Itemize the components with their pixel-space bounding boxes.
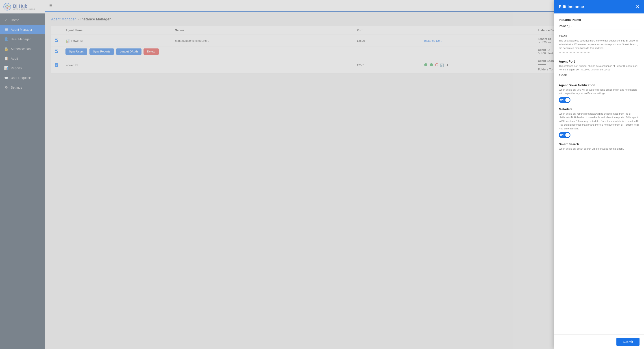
email-desc: The email address specified here is the … bbox=[559, 39, 640, 50]
metadata-field: Metadata When this is on, reports metada… bbox=[559, 108, 640, 138]
email-blurred: ••••••••••••••••••••••• bbox=[559, 51, 640, 54]
smart-search-label: Smart Search bbox=[559, 142, 640, 146]
agent-down-desc: When this is on, you will be able to rec… bbox=[559, 88, 640, 95]
panel-close-button[interactable]: ✕ bbox=[636, 4, 640, 10]
agent-down-toggle-label: ON bbox=[560, 99, 564, 101]
instance-name-value: Power_BI bbox=[559, 22, 640, 30]
agent-port-field: Agent Port This instance port number sho… bbox=[559, 60, 640, 79]
panel-header: Edit Instance ✕ bbox=[554, 0, 644, 14]
smart-search-desc: When this is on, smart search will be en… bbox=[559, 147, 640, 151]
smart-search-field: Smart Search When this is on, smart sear… bbox=[559, 142, 640, 151]
agent-down-toggle[interactable]: ON bbox=[559, 97, 570, 103]
email-field: Email The email address specified here i… bbox=[559, 34, 640, 55]
agent-port-label: Agent Port bbox=[559, 60, 640, 63]
toggle-knob bbox=[565, 98, 570, 102]
agent-down-label: Agent Down Notification bbox=[559, 84, 640, 87]
agent-port-desc: This instance port number should be a se… bbox=[559, 64, 640, 72]
metadata-desc: When this is on, reports metadata will b… bbox=[559, 112, 640, 130]
agent-port-value: 12501 bbox=[559, 72, 640, 79]
metadata-toggle[interactable]: ON bbox=[559, 132, 570, 138]
metadata-toggle-container: ON bbox=[559, 132, 640, 138]
panel-body: Instance Name Power_BI Email The email a… bbox=[554, 14, 644, 334]
panel-title: Edit Instance bbox=[559, 4, 584, 9]
edit-instance-panel: Edit Instance ✕ Instance Name Power_BI E… bbox=[554, 0, 644, 349]
agent-down-toggle-container: ON bbox=[559, 97, 640, 103]
instance-name-field: Instance Name Power_BI bbox=[559, 18, 640, 30]
instance-name-label: Instance Name bbox=[559, 18, 640, 22]
submit-button[interactable]: Submit bbox=[616, 338, 640, 346]
metadata-label: Metadata bbox=[559, 108, 640, 111]
email-label: Email bbox=[559, 34, 640, 38]
panel-footer: Submit bbox=[554, 334, 644, 349]
panel-overlay bbox=[0, 0, 554, 349]
metadata-toggle-label: ON bbox=[560, 134, 564, 136]
toggle-knob-2 bbox=[565, 133, 570, 137]
agent-down-field: Agent Down Notification When this is on,… bbox=[559, 84, 640, 103]
